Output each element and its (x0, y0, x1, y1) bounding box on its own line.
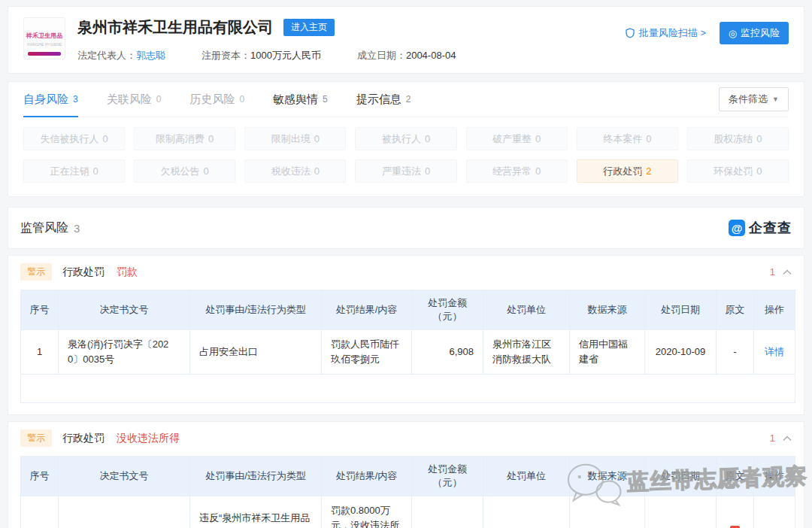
arrow-right-icon: > (701, 28, 706, 38)
col-reason: 处罚事由/违法行为类型 (190, 457, 322, 496)
monitor-eye-icon: ◎ (729, 29, 737, 38)
registered-capital-label: 注册资本： (201, 50, 250, 61)
detail-link[interactable]: 详情 (765, 346, 784, 357)
risk-box-tax-violation[interactable]: 税收违法0 (244, 159, 346, 183)
cell-amount: 6,908 (412, 330, 483, 375)
enter-homepage-button[interactable]: 进入主页 (283, 19, 335, 36)
section-count: 3 (74, 222, 80, 235)
col-date: 处罚日期 (645, 457, 717, 496)
cell-date: 2020-10-09 (645, 330, 717, 375)
risk-box-abnormal-operation[interactable]: 经营异常0 (466, 159, 568, 183)
col-original: 原文 (717, 457, 754, 496)
table-row: 1 泉洛(消)行罚决字〔2020〕0035号 占用安全出口 罚款人民币陆仟玖佰零… (21, 330, 795, 375)
tab-count: 3 (73, 94, 78, 105)
cell-reason: 违反“泉州市祥禾卫生用品有限公司” 生产不合格商品 (190, 496, 322, 528)
legal-representative: 法定代表人：郭志聪 (77, 49, 165, 62)
risk-box-executee[interactable]: 被执行人0 (355, 127, 456, 150)
penalty-section-fine: 警示 行政处罚 罚款 1 序号 决定书文号 处罚事由/违法行为类型 处罚结果/内… (8, 255, 804, 415)
tab-count: 5 (323, 94, 328, 105)
risk-box-deregistering[interactable]: 正在注销0 (23, 159, 125, 183)
col-source: 数据来源 (570, 457, 645, 496)
cell-result: 罚款人民币陆仟玖佰零捌元 (322, 330, 412, 375)
risk-category-grid: 失信被执行人0 限制高消费0 限制出境0 被执行人0 破产重整0 终本案件0 股… (23, 127, 789, 183)
condition-filter-label: 条件筛选 (729, 93, 768, 106)
penalty-tag: 罚款 (117, 266, 138, 279)
penalty-table-fine: 序号 决定书文号 处罚事由/违法行为类型 处罚结果/内容 处罚金额（元） 处罚单… (20, 290, 795, 403)
cell-agency: 泉州市洛江区消防救援大队 (483, 330, 570, 375)
col-doc-no: 决定书文号 (59, 457, 190, 496)
original-doc-icon[interactable] (730, 526, 740, 528)
company-logo: 祥禾卫生用品 XIANGHE HYGIENE (23, 17, 65, 59)
tab-label: 历史风险 (189, 93, 235, 107)
company-logo-bar (28, 52, 61, 56)
collapse-chevron-icon[interactable] (783, 269, 792, 275)
col-no: 序号 (21, 290, 59, 330)
company-name: 泉州市祥禾卫生用品有限公司 (77, 17, 273, 38)
tab-related-risk[interactable]: 关联风险 0 (107, 82, 162, 117)
registered-capital: 注册资本：1000万元人民币 (201, 49, 321, 62)
monitor-risk-label: 监控风险 (741, 26, 780, 40)
risk-box-consumption-restriction[interactable]: 限制高消费0 (134, 127, 235, 150)
collapse-chevron-icon[interactable] (783, 435, 792, 442)
batch-risk-scan-button[interactable]: 批量风险扫描 > (625, 26, 706, 40)
risk-box-env-penalty[interactable]: 环保处罚0 (687, 159, 789, 183)
col-amount: 处罚金额（元） (412, 290, 483, 330)
tab-count: 0 (156, 94, 162, 105)
cell-date: 2020-12-10 (645, 496, 717, 528)
cell-original (717, 496, 754, 528)
risk-box-dishonest-executee[interactable]: 失信被执行人0 (23, 127, 125, 150)
scan-badge-icon (625, 28, 635, 38)
table-header-row: 序号 决定书文号 处罚事由/违法行为类型 处罚结果/内容 处罚金额（元） 处罚单… (21, 457, 795, 496)
legal-representative-link[interactable]: 郭志聪 (136, 50, 165, 61)
tab-history-risk[interactable]: 历史风险 0 (189, 82, 244, 117)
monitor-risk-button[interactable]: ◎ 监控风险 (720, 22, 789, 44)
col-no: 序号 (21, 457, 59, 496)
col-doc-no: 决定书文号 (59, 290, 190, 330)
cell-amount: 8,000 (412, 496, 483, 528)
col-action: 操作 (754, 457, 795, 496)
penalty-section-confiscation: 警示 行政处罚 没收违法所得 1 序号 决定书文号 处罚事由/违法行为类型 处罚… (8, 421, 804, 528)
cell-no: 1 (21, 496, 59, 528)
risk-box-bankruptcy[interactable]: 破产重整0 (466, 127, 568, 150)
tab-label: 关联风险 (107, 93, 152, 107)
cell-result: 罚款0.8000万元，没收违法所得和非法财物0.0560万元 (322, 496, 412, 528)
qcc-brand: @ 企查查 (729, 219, 792, 237)
table-row: 1 泉洛市监万处字[2020]8号 违反“泉州市祥禾卫生用品有限公司” 生产不合… (21, 496, 795, 528)
cell-source: 工商局 (570, 496, 645, 528)
penalty-type: 行政处罚 (62, 432, 105, 445)
risk-box-serious-violation[interactable]: 严重违法0 (355, 159, 456, 183)
warning-badge: 警示 (20, 429, 52, 447)
condition-filter-button[interactable]: 条件筛选 ▼ (719, 87, 789, 111)
col-original: 原文 (717, 290, 754, 330)
table-header-row: 序号 决定书文号 处罚事由/违法行为类型 处罚结果/内容 处罚金额（元） 处罚单… (21, 290, 795, 330)
tab-sensitive-opinion[interactable]: 敏感舆情 5 (273, 82, 328, 117)
cell-original: - (717, 330, 754, 375)
risk-box-closed-case[interactable]: 终本案件0 (577, 127, 678, 150)
chevron-down-icon: ▼ (772, 96, 779, 103)
tab-label: 自身风险 (23, 93, 68, 107)
risk-box-tax-arrears[interactable]: 欠税公告0 (134, 159, 235, 183)
tab-count: 0 (239, 94, 244, 105)
risk-box-exit-restriction[interactable]: 限制出境0 (244, 127, 346, 150)
risk-tabs: 自身风险 3 关联风险 0 历史风险 0 敏感舆情 5 提示信息 2 条件筛选 … (23, 82, 789, 117)
cell-doc-no: 泉洛市监万处字[2020]8号 (59, 496, 190, 528)
batch-risk-scan-label: 批量风险扫描 (639, 26, 698, 40)
cell-no: 1 (21, 330, 59, 375)
cell-source: 信用中国福建省 (570, 330, 645, 375)
establish-date-value: 2004-08-04 (406, 50, 456, 61)
qcc-brand-name: 企查查 (749, 219, 792, 237)
empty-row (21, 375, 795, 403)
col-reason: 处罚事由/违法行为类型 (190, 290, 322, 330)
tab-hint-info[interactable]: 提示信息 2 (356, 82, 411, 117)
record-count: 1 (770, 432, 775, 444)
tab-self-risk[interactable]: 自身风险 3 (23, 82, 78, 117)
warning-badge: 警示 (20, 263, 52, 281)
penalty-section-header: 警示 行政处罚 罚款 1 (8, 256, 804, 288)
risk-box-admin-penalty[interactable]: 行政处罚2 (577, 159, 678, 183)
establish-date-label: 成立日期： (357, 50, 406, 61)
col-source: 数据来源 (570, 290, 645, 330)
registered-capital-value: 1000万元人民币 (250, 50, 321, 61)
col-agency: 处罚单位 (483, 290, 570, 330)
risk-box-equity-freeze[interactable]: 股权冻结0 (687, 127, 789, 150)
penalty-section-header: 警示 行政处罚 没收违法所得 1 (8, 422, 804, 454)
